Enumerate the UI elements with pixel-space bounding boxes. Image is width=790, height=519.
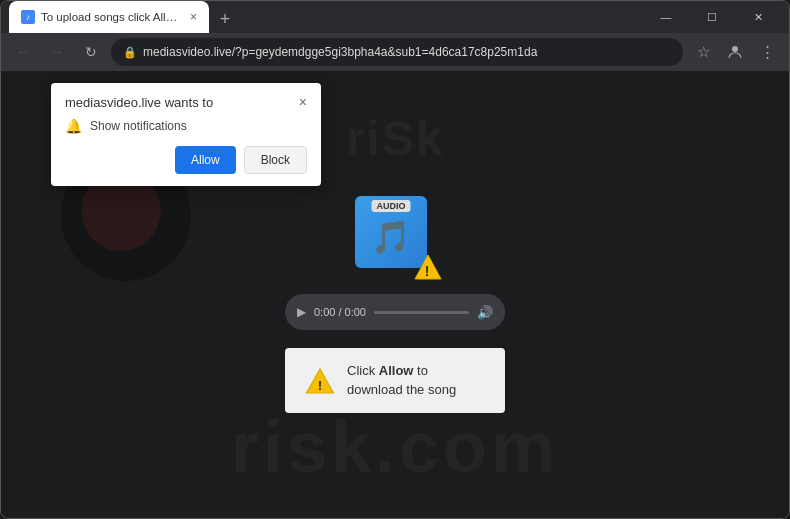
lock-icon: 🔒 [123,46,137,59]
watermark-top: riSk [346,111,445,166]
popup-close-button[interactable]: × [299,95,307,109]
tab-favicon: ♪ [21,10,35,24]
account-icon[interactable] [721,38,749,66]
url-text: mediasvideo.live/?p=geydemdgge5gi3bpha4a… [143,45,671,59]
toolbar-icons: ☆ ⋮ [689,38,781,66]
volume-icon[interactable]: 🔊 [477,305,493,320]
cta-text-bold: Allow [379,363,414,378]
bookmark-icon[interactable]: ☆ [689,38,717,66]
main-content: AUDIO 🎵 ! ▶ 0:00 / 0:00 🔊 [285,196,505,412]
tab-label: To upload songs click Allow [41,11,180,23]
audio-icon-wrapper: AUDIO 🎵 ! [355,196,435,276]
popup-title: mediasvideo.live wants to [65,95,213,110]
page-content: riSk risk.com AUDIO 🎵 ! ▶ 0:0 [1,71,789,518]
progress-bar[interactable] [374,311,469,314]
allow-button[interactable]: Allow [175,146,236,174]
reload-button[interactable]: ↻ [77,38,105,66]
svg-point-0 [732,46,738,52]
warning-triangle-icon: ! [413,253,443,281]
popup-header: mediasvideo.live wants to × [65,95,307,110]
active-tab[interactable]: ♪ To upload songs click Allow × [9,1,209,33]
audio-player: ▶ 0:00 / 0:00 🔊 [285,294,505,330]
audio-label: AUDIO [372,200,411,212]
bell-icon: 🔔 [65,118,82,134]
cta-box: ! Click Allow to download the song [285,348,505,412]
address-input[interactable]: 🔒 mediasvideo.live/?p=geydemdgge5gi3bpha… [111,38,683,66]
maximize-button[interactable]: ☐ [689,1,735,33]
minimize-button[interactable]: — [643,1,689,33]
svg-text:!: ! [425,263,430,279]
close-button[interactable]: ✕ [735,1,781,33]
notification-popup: mediasvideo.live wants to × 🔔 Show notif… [51,83,321,186]
popup-notification-label: Show notifications [90,119,187,133]
popup-row: 🔔 Show notifications [65,118,307,134]
music-note-icon: 🎵 [371,218,411,256]
window-controls: — ☐ ✕ [643,1,781,33]
tab-close-button[interactable]: × [190,11,197,23]
cta-warning-icon: ! [305,366,335,396]
cta-text-before: Click [347,363,379,378]
block-button[interactable]: Block [244,146,307,174]
play-button[interactable]: ▶ [297,305,306,319]
forward-button[interactable]: → [43,38,71,66]
time-display: 0:00 / 0:00 [314,306,366,318]
address-bar: ← → ↻ 🔒 mediasvideo.live/?p=geydemdgge5g… [1,33,789,71]
browser-window: ♪ To upload songs click Allow × + — ☐ ✕ … [0,0,790,519]
popup-buttons: Allow Block [65,146,307,174]
new-tab-button[interactable]: + [211,5,239,33]
watermark-bottom: risk.com [231,406,559,488]
tab-bar: ♪ To upload songs click Allow × + — ☐ ✕ [1,1,789,33]
svg-text:!: ! [318,378,323,393]
menu-icon[interactable]: ⋮ [753,38,781,66]
back-button[interactable]: ← [9,38,37,66]
cta-text: Click Allow to download the song [347,362,485,398]
